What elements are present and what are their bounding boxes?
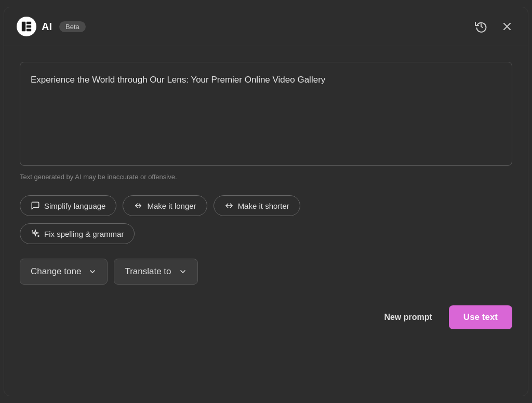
expand-icon <box>134 201 143 210</box>
modal-content: Experience the World through Our Lens: Y… <box>4 46 528 344</box>
history-button[interactable] <box>473 18 489 35</box>
change-tone-label: Change tone <box>31 266 81 277</box>
change-tone-button[interactable]: Change tone <box>20 259 108 285</box>
svg-line-10 <box>38 236 39 237</box>
compress-icon <box>224 201 234 210</box>
close-button[interactable] <box>499 18 515 35</box>
new-prompt-button[interactable]: New prompt <box>376 307 440 327</box>
modal-header: AI Beta <box>4 7 528 46</box>
footer-actions: New prompt Use text <box>20 301 512 329</box>
close-icon <box>501 20 513 33</box>
action-buttons-row: Simplify language Make it longer Make it… <box>20 195 512 216</box>
action-buttons-row2: Fix spelling & grammar <box>20 223 512 244</box>
sparkle-icon <box>31 229 40 238</box>
translate-to-button[interactable]: Translate to <box>114 259 197 285</box>
simplify-language-button[interactable]: Simplify language <box>20 195 116 216</box>
make-shorter-button[interactable]: Make it shorter <box>214 195 300 216</box>
svg-rect-1 <box>26 22 31 24</box>
generated-text: Experience the World through Our Lens: Y… <box>31 73 501 87</box>
beta-badge: Beta <box>59 21 86 32</box>
chat-icon <box>31 201 40 210</box>
svg-line-12 <box>32 231 33 231</box>
svg-rect-3 <box>26 29 31 32</box>
generated-text-area: Experience the World through Our Lens: Y… <box>20 62 512 166</box>
shorter-label: Make it shorter <box>238 202 289 210</box>
translate-to-label: Translate to <box>125 266 171 277</box>
make-longer-button[interactable]: Make it longer <box>123 195 207 216</box>
chevron-down-icon <box>88 267 97 276</box>
history-icon <box>475 20 487 33</box>
svg-rect-2 <box>26 25 31 28</box>
ai-title: AI <box>42 21 52 33</box>
fix-grammar-button[interactable]: Fix spelling & grammar <box>20 223 135 244</box>
longer-label: Make it longer <box>147 202 196 210</box>
ai-modal: AI Beta Experience the World through Our… <box>4 7 528 396</box>
elementor-logo <box>17 17 36 36</box>
simplify-label: Simplify language <box>44 202 105 210</box>
use-text-button[interactable]: Use text <box>449 305 512 329</box>
svg-rect-0 <box>22 22 25 31</box>
dropdown-buttons-row: Change tone Translate to <box>20 259 512 285</box>
disclaimer-text: Text generated by AI may be inaccurate o… <box>20 173 512 181</box>
chevron-down-icon2 <box>179 267 187 276</box>
header-actions <box>473 18 515 35</box>
grammar-label: Fix spelling & grammar <box>44 230 124 238</box>
